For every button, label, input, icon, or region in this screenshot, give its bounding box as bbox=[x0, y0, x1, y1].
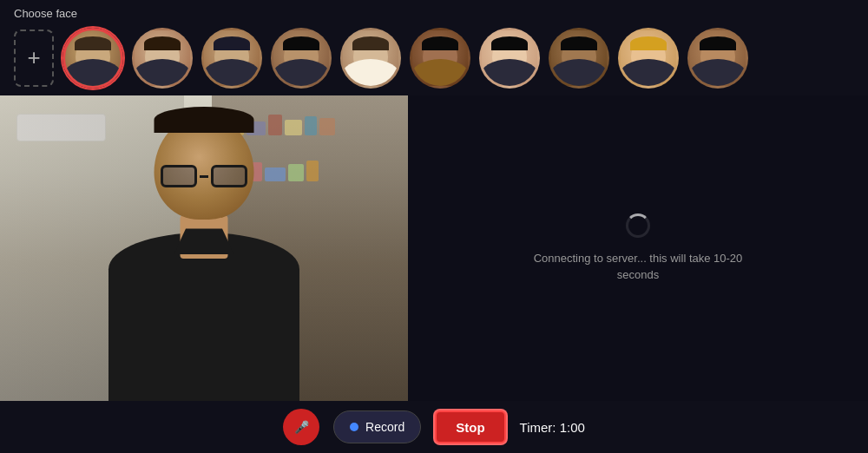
face-item-kim[interactable] bbox=[479, 28, 540, 89]
record-icon bbox=[350, 423, 358, 431]
face-item-man3[interactable] bbox=[201, 28, 262, 89]
face-item-trump[interactable] bbox=[618, 28, 679, 89]
choose-face-label: Choose face bbox=[14, 7, 854, 20]
record-button[interactable]: Record bbox=[333, 410, 421, 443]
face-item-man2[interactable] bbox=[132, 28, 193, 89]
face-item-kamala[interactable] bbox=[687, 28, 748, 89]
record-label: Record bbox=[365, 420, 404, 434]
mute-button[interactable]: 🎤 bbox=[283, 409, 319, 445]
stop-button[interactable]: Stop bbox=[435, 410, 505, 443]
bottom-bar: 🎤 Record Stop Timer: 1:00 bbox=[0, 401, 868, 453]
face-item-rock[interactable] bbox=[271, 28, 332, 89]
connecting-text: Connecting to server... this will take 1… bbox=[516, 250, 760, 284]
mic-slash-icon: 🎤 bbox=[294, 420, 309, 434]
right-panel: Connecting to server... this will take 1… bbox=[408, 95, 868, 401]
face-item-obama[interactable] bbox=[549, 28, 609, 89]
face-item-messi[interactable] bbox=[340, 28, 401, 89]
video-panel bbox=[0, 95, 408, 401]
add-face-button[interactable]: + bbox=[14, 30, 54, 87]
timer-display: Timer: 1:00 bbox=[520, 420, 585, 435]
connecting-spinner bbox=[626, 213, 650, 238]
face-item-elon[interactable] bbox=[62, 28, 123, 89]
face-item-lebron[interactable] bbox=[410, 28, 470, 89]
